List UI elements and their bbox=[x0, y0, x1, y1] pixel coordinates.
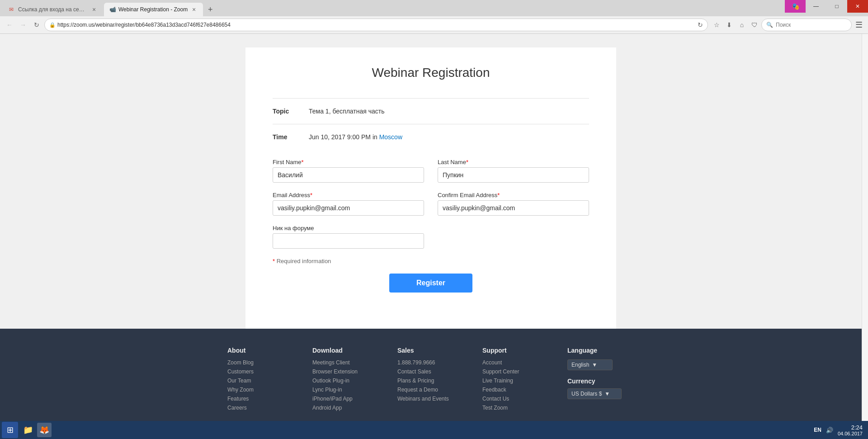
last-name-input[interactable] bbox=[438, 167, 589, 183]
footer-sales-heading: Sales bbox=[397, 347, 464, 354]
email-group: Email Address* bbox=[273, 192, 424, 216]
currency-dropdown-arrow: ▼ bbox=[604, 391, 610, 397]
shield-icon[interactable]: 🛡 bbox=[750, 20, 760, 30]
confirm-email-input[interactable] bbox=[438, 200, 589, 216]
tab-zoom[interactable]: 📹 Webinar Registration - Zoom × bbox=[104, 3, 203, 16]
confirm-email-group: Confirm Email Address* bbox=[438, 192, 589, 216]
first-name-required: * bbox=[302, 159, 304, 165]
forum-nick-input[interactable] bbox=[273, 233, 424, 249]
footer-sales: Sales 1.888.799.9666 Contact Sales Plans… bbox=[397, 347, 464, 414]
footer-about-careers[interactable]: Careers bbox=[227, 405, 294, 411]
footer-about-our-team[interactable]: Our Team bbox=[227, 378, 294, 384]
footer-download-browser-extension[interactable]: Browser Extension bbox=[312, 368, 379, 375]
footer-download-heading: Download bbox=[312, 347, 379, 354]
footer-about-why-zoom[interactable]: Why Zoom bbox=[227, 387, 294, 393]
page-container: Webinar Registration Topic Тема 1, беспл… bbox=[0, 34, 868, 439]
window-controls: — □ ✕ bbox=[806, 0, 868, 13]
start-button[interactable]: ⊞ bbox=[2, 422, 18, 438]
footer-sales-demo[interactable]: Request a Demo bbox=[397, 387, 464, 393]
minimize-button[interactable]: — bbox=[806, 0, 826, 13]
footer-support-contact-us[interactable]: Contact Us bbox=[482, 396, 549, 402]
tab-zoom-title: Webinar Registration - Zoom bbox=[118, 6, 188, 13]
footer-support-feedback[interactable]: Feedback bbox=[482, 387, 549, 393]
forum-nick-group: Ник на форуме bbox=[273, 225, 424, 249]
last-name-group: Last Name* bbox=[438, 159, 589, 183]
url-bar[interactable]: 🔒 ↻ bbox=[44, 19, 708, 31]
footer-support-center[interactable]: Support Center bbox=[482, 368, 549, 375]
first-name-group: First Name* bbox=[273, 159, 424, 183]
tab-gmail-close[interactable]: × bbox=[90, 6, 98, 13]
masquerade-icon[interactable]: 🎭 bbox=[785, 0, 806, 13]
reload-button[interactable]: ↻ bbox=[31, 19, 42, 31]
taskbar-file-explorer[interactable]: 📁 bbox=[21, 423, 35, 437]
topic-value: Тема 1, бесплатная часть bbox=[309, 108, 384, 115]
taskbar-date-display: 04.06.2017 bbox=[838, 431, 863, 436]
footer-support-account[interactable]: Account bbox=[482, 359, 549, 366]
bookmark-icon[interactable]: ☆ bbox=[712, 20, 722, 30]
language-selector[interactable]: English ▼ bbox=[567, 359, 613, 370]
footer-download-meetings-client[interactable]: Meetings Client bbox=[312, 359, 379, 366]
home-icon[interactable]: ⌂ bbox=[737, 20, 747, 30]
time-label: Time bbox=[273, 133, 309, 141]
language-dropdown-arrow: ▼ bbox=[592, 362, 597, 368]
footer-support-test-zoom[interactable]: Test Zoom bbox=[482, 405, 549, 411]
name-row: First Name* Last Name* bbox=[273, 159, 589, 183]
gmail-favicon: ✉ bbox=[9, 6, 15, 13]
tab-gmail[interactable]: ✉ Ссылка для входа на семин... × bbox=[4, 3, 103, 16]
footer-sales-webinars[interactable]: Webinars and Events bbox=[397, 396, 464, 402]
footer-download-lync-plugin[interactable]: Lync Plug-in bbox=[312, 387, 379, 393]
page-content: Webinar Registration Topic Тема 1, беспл… bbox=[0, 34, 862, 439]
volume-icon: 🔊 bbox=[826, 427, 833, 434]
footer-support-live-training[interactable]: Live Training bbox=[482, 378, 549, 384]
start-icon: ⊞ bbox=[7, 425, 14, 435]
currency-selector[interactable]: US Dollars $ ▼ bbox=[567, 388, 622, 399]
nav-bar: ← → ↻ 🔒 ↻ ☆ ⬇ ⌂ 🛡 🔍 ☰ bbox=[0, 16, 868, 33]
email-input[interactable] bbox=[273, 200, 424, 216]
register-button[interactable]: Register bbox=[389, 274, 472, 293]
menu-button[interactable]: ☰ bbox=[854, 20, 864, 30]
footer-download-iphone-app[interactable]: iPhone/iPad App bbox=[312, 396, 379, 402]
footer-sales-plans[interactable]: Plans & Pricing bbox=[397, 378, 464, 384]
back-button[interactable]: ← bbox=[4, 19, 15, 31]
search-bar[interactable]: 🔍 bbox=[761, 19, 852, 31]
time-row: Time Jun 10, 2017 9:00 PM in Moscow bbox=[273, 124, 589, 150]
maximize-button[interactable]: □ bbox=[826, 0, 847, 13]
forward-button[interactable]: → bbox=[17, 19, 29, 31]
footer-sales-phone[interactable]: 1.888.799.9666 bbox=[397, 359, 464, 366]
timezone-link[interactable]: Moscow bbox=[379, 133, 402, 141]
new-tab-button[interactable]: + bbox=[204, 3, 217, 16]
url-refresh-icon[interactable]: ↻ bbox=[698, 21, 703, 28]
last-name-label: Last Name* bbox=[438, 159, 589, 165]
first-name-input[interactable] bbox=[273, 167, 424, 183]
taskbar-system-icons: 🔊 bbox=[826, 427, 833, 434]
taskbar-time-display: 2:24 bbox=[838, 424, 863, 431]
close-button[interactable]: ✕ bbox=[847, 0, 868, 13]
search-input[interactable] bbox=[776, 22, 839, 28]
footer-inner: About Zoom Blog Customers Our Team Why Z… bbox=[227, 347, 634, 414]
taskbar-right: EN 🔊 2:24 04.06.2017 bbox=[814, 424, 866, 436]
file-explorer-icon: 📁 bbox=[23, 425, 33, 435]
footer-about-customers[interactable]: Customers bbox=[227, 368, 294, 375]
nav-actions: ☆ ⬇ ⌂ 🛡 bbox=[712, 20, 760, 30]
required-note: * Required information bbox=[273, 258, 589, 264]
topic-row: Topic Тема 1, бесплатная часть bbox=[273, 98, 589, 124]
scrollbar[interactable] bbox=[862, 34, 868, 439]
footer-about-zoom-blog[interactable]: Zoom Blog bbox=[227, 359, 294, 366]
download-icon[interactable]: ⬇ bbox=[724, 20, 734, 30]
footer-download-android-app[interactable]: Android App bbox=[312, 405, 379, 411]
email-required: * bbox=[310, 192, 312, 198]
last-name-required: * bbox=[466, 159, 468, 165]
footer-about-features[interactable]: Features bbox=[227, 396, 294, 402]
lock-icon: 🔒 bbox=[49, 22, 56, 28]
footer-about: About Zoom Blog Customers Our Team Why Z… bbox=[227, 347, 294, 414]
time-value: Jun 10, 2017 9:00 PM in Moscow bbox=[309, 133, 402, 141]
footer-download-outlook-plugin[interactable]: Outlook Plug-in bbox=[312, 378, 379, 384]
url-input[interactable] bbox=[57, 22, 696, 28]
footer-sales-contact[interactable]: Contact Sales bbox=[397, 368, 464, 375]
tab-gmail-title: Ссылка для входа на семин... bbox=[18, 6, 88, 13]
taskbar-language: EN bbox=[814, 427, 821, 433]
footer-about-heading: About bbox=[227, 347, 294, 354]
taskbar-browser[interactable]: 🦊 bbox=[37, 423, 52, 437]
currency-value: US Dollars $ bbox=[571, 391, 602, 397]
tab-zoom-close[interactable]: × bbox=[190, 6, 198, 13]
